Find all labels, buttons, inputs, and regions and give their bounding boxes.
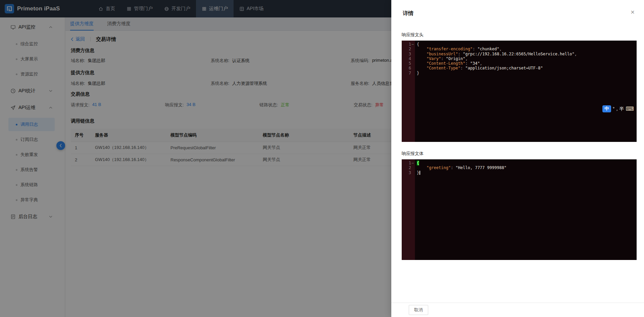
editor-gutter: 1−23 [402, 159, 415, 260]
response-body-label: 响应报文体 [402, 151, 644, 157]
close-icon[interactable]: × [631, 9, 635, 15]
response-header-label: 响应报文头 [402, 32, 644, 38]
ime-mode-text: °，半 [613, 106, 624, 111]
editor-gutter: 1−234567 [402, 41, 415, 142]
ime-language-badge: 中 [602, 105, 611, 112]
drawer-title: 详情 [391, 0, 644, 17]
editor-code[interactable]: { "greeting": "Hello, 7777 9999988"} [415, 159, 637, 260]
response-body-editor[interactable]: 1−23 { "greeting": "Hello, 7777 9999988"… [402, 159, 637, 260]
cancel-button[interactable]: 取消 [409, 305, 428, 315]
keyboard-icon: ⌨ [626, 106, 634, 112]
detail-drawer: 详情 × 响应报文头 1−234567 { "transfer-encoding… [391, 0, 644, 317]
ime-indicator: 中 °，半 ⌨ [602, 105, 634, 112]
drawer-footer: 取消 [391, 303, 644, 317]
editor-code[interactable]: { "transfer-encoding": "chunked", "busin… [415, 41, 637, 142]
response-header-editor[interactable]: 1−234567 { "transfer-encoding": "chunked… [402, 41, 637, 142]
